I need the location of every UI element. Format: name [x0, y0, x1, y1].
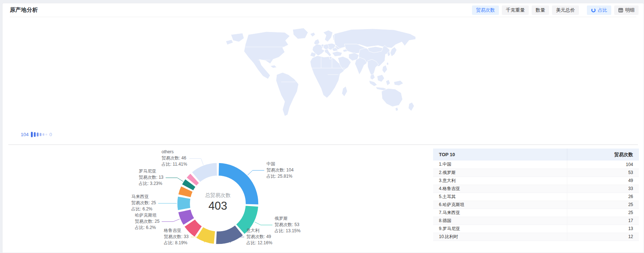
legend-bar[interactable]: [45, 134, 47, 135]
table-cell-country: 4.格鲁吉亚: [433, 185, 567, 193]
map-iceland[interactable]: [310, 32, 315, 37]
table-row[interactable]: 9.罗马尼亚13: [433, 225, 639, 233]
donut-label: others贸易次数: 46占比: 11.41%: [161, 149, 187, 167]
map-italy[interactable]: [325, 49, 331, 56]
map-borneo[interactable]: [377, 75, 384, 82]
map-greenland[interactable]: [293, 28, 308, 39]
table-row[interactable]: 8.德国17: [433, 217, 639, 225]
donut-slice[interactable]: [219, 163, 259, 205]
map-alaska[interactable]: [231, 33, 244, 42]
table-row[interactable]: 5.土耳其26: [433, 193, 639, 201]
table-cell-value: 26: [567, 193, 639, 201]
donut-label-pct: 占比: 3.23%: [139, 181, 164, 187]
table-cell-country: 6.哈萨克斯坦: [433, 201, 567, 209]
donut-label-name: 意大利: [246, 228, 272, 234]
donut-slice[interactable]: [177, 196, 191, 210]
table-cell-value: 25: [567, 201, 639, 209]
donut-label-value: 贸易次数: 13: [139, 174, 164, 181]
map-taiwan[interactable]: [387, 62, 389, 65]
table-cell-value: 12: [567, 233, 639, 241]
table-row[interactable]: 3.意大利49: [433, 177, 639, 185]
donut-label: 罗马尼亚贸易次数: 13占比: 3.23%: [139, 168, 164, 187]
donut-label-name: 中国: [267, 161, 294, 167]
legend-bar[interactable]: [43, 133, 44, 136]
map-australia[interactable]: [381, 88, 403, 107]
map-cuba[interactable]: [270, 65, 277, 68]
table-cell-country: 7.马来西亚: [433, 209, 567, 217]
map-philippines[interactable]: [382, 65, 387, 73]
legend-bar[interactable]: [40, 133, 41, 136]
donut-label-name: 俄罗斯: [275, 216, 300, 222]
map-legend-min: 0: [49, 132, 52, 137]
donut-label: 意大利贸易次数: 49占比: 12.16%: [246, 228, 272, 246]
legend-bar[interactable]: [31, 132, 33, 137]
donut-label-line: [189, 158, 204, 165]
table-cell-value: 25: [567, 209, 639, 217]
map-sumatra[interactable]: [369, 80, 377, 86]
top10-table: TOP 10 贸易次数 1.中国1042.俄罗斯533.意大利494.格鲁吉亚3…: [433, 149, 639, 241]
donut-label-line: [255, 222, 272, 225]
donut-label-name: others: [161, 149, 187, 155]
map-legend[interactable]: 104 0: [21, 130, 52, 139]
table-row[interactable]: 2.俄罗斯53: [433, 169, 639, 177]
table-cell-country: 9.罗马尼亚: [433, 225, 567, 233]
donut-label-value: 贸易次数: 25: [135, 218, 160, 225]
metric-button-kg-weight[interactable]: 千克重量: [502, 5, 529, 15]
table-cell-country: 1.中国: [433, 161, 567, 169]
map-new-zealand[interactable]: [408, 102, 414, 111]
metric-button-quantity[interactable]: 数量: [532, 5, 549, 15]
map-legend-max: 104: [21, 132, 29, 137]
map-scandinavia[interactable]: [323, 30, 333, 42]
view-button-detail[interactable]: 明细: [614, 5, 639, 15]
table-cell-value: 13: [567, 225, 639, 233]
table-row[interactable]: 7.马来西亚25: [433, 209, 639, 217]
map-new-guinea[interactable]: [394, 80, 403, 86]
map-japan[interactable]: [390, 47, 397, 56]
donut-label-value: 贸易次数: 33: [164, 234, 189, 240]
top10-header-value: 贸易次数: [567, 149, 639, 161]
donut-label-value: 贸易次数: 49: [246, 234, 272, 240]
map-turkey[interactable]: [332, 51, 342, 56]
map-north-america[interactable]: [244, 32, 290, 79]
table-row[interactable]: 4.格鲁吉亚33: [433, 185, 639, 193]
donut-label-line: [248, 170, 264, 175]
donut-label-pct: 占比: 11.41%: [161, 161, 187, 167]
donut-label-pct: 占比: 8.19%: [164, 240, 189, 246]
metric-button-trade-count[interactable]: 贸易次数: [472, 5, 499, 15]
map-madagascar[interactable]: [342, 86, 347, 96]
map-tasmania[interactable]: [395, 107, 398, 111]
donut-label-pct: 占比: 12.16%: [246, 240, 272, 246]
metric-toolbar: 贸易次数 千克重量 数量 美元总价 占比: [472, 5, 639, 15]
table-row[interactable]: 1.中国104: [433, 161, 639, 169]
donut-label-line: [162, 219, 180, 222]
table-cell-country: 8.德国: [433, 217, 567, 225]
legend-bar[interactable]: [37, 133, 39, 137]
table-row[interactable]: 10.比利时12: [433, 233, 639, 241]
view-toggle-group: 占比 明细: [587, 5, 639, 15]
table-row[interactable]: 6.哈萨克斯坦25: [433, 201, 639, 209]
map-india[interactable]: [355, 58, 367, 75]
metric-button-usd-total[interactable]: 美元总价: [552, 5, 579, 15]
top10-header-rank: TOP 10: [433, 149, 567, 161]
table-cell-value: 33: [567, 185, 639, 193]
donut-label-pct: 占比: 6.2%: [135, 225, 160, 231]
map-sicily[interactable]: [329, 56, 332, 59]
map-south-america[interactable]: [276, 72, 299, 116]
donut-label-name: 哈萨克斯坦: [135, 212, 160, 218]
world-choropleth-map: [223, 27, 416, 118]
map-russia-chukotka[interactable]: [226, 40, 233, 45]
card-header: 原产地分析 贸易次数 千克重量 数量 美元总价 占比: [3, 3, 644, 17]
table-cell-value: 53: [567, 169, 639, 177]
donut-area: 总贸易次数 403 中国贸易次数: 104占比: 25.81%俄罗斯贸易次数: …: [3, 145, 337, 253]
legend-bar[interactable]: [34, 132, 36, 137]
origin-analysis-card: 原产地分析 贸易次数 千克重量 数量 美元总价 占比: [2, 3, 644, 253]
donut-label: 格鲁吉亚贸易次数: 33占比: 8.19%: [164, 228, 189, 246]
view-button-proportion[interactable]: 占比: [587, 5, 611, 15]
map-legend-bars[interactable]: [31, 132, 47, 137]
map-georgia[interactable]: [343, 49, 347, 52]
top10-table-body: 1.中国1042.俄罗斯533.意大利494.格鲁吉亚335.土耳其266.哈萨…: [433, 161, 639, 241]
donut-label: 马来西亚贸易次数: 25占比: 6.2%: [131, 194, 156, 212]
world-map-section: 104 0: [3, 17, 644, 145]
map-sulawesi[interactable]: [386, 80, 390, 86]
table-cell-value: 49: [567, 177, 639, 185]
